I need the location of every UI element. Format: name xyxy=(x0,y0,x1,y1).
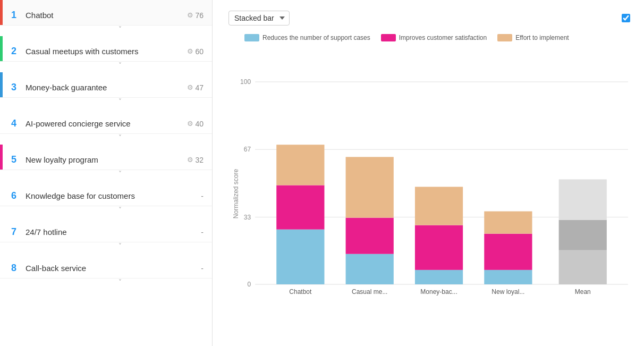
rank-number: 2 xyxy=(0,46,21,57)
chart-legend: Reduces the number of support casesImpro… xyxy=(244,34,633,41)
list-item[interactable]: 1Chatbot⚙ 76 xyxy=(0,0,212,26)
list-item[interactable]: 5New loyalty program⚙ 32 xyxy=(0,145,212,170)
item-score: ⚙ 76 xyxy=(187,11,204,20)
item-score: - xyxy=(201,228,204,237)
chevron-down-icon[interactable]: ˅ xyxy=(0,134,212,145)
show-mean-checkbox[interactable] xyxy=(622,14,630,22)
x-label-mean: Mean xyxy=(575,288,591,296)
bar-loyal-blue xyxy=(484,270,532,284)
svg-text:100: 100 xyxy=(240,78,251,86)
bar-chatbot-orange xyxy=(276,145,324,185)
list-item[interactable]: 724/7 hotline- xyxy=(0,217,212,242)
item-score: ⚙ 47 xyxy=(187,83,204,92)
svg-text:33: 33 xyxy=(244,214,251,221)
item-score: ⚙ 40 xyxy=(187,120,204,128)
item-content: Casual meetups with customers xyxy=(21,47,187,56)
legend-color-box xyxy=(497,34,512,41)
chart-type-row: Stacked bar Bar Line xyxy=(223,11,290,26)
chevron-down-icon[interactable]: ˅ xyxy=(0,26,212,36)
rank-bar xyxy=(0,217,3,242)
legend-color-box xyxy=(244,34,259,41)
svg-text:0: 0 xyxy=(247,281,251,288)
legend-color-box xyxy=(381,34,396,41)
chart-svg: Normalized score 100 67 33 0 Chatbot Cas… xyxy=(228,47,633,341)
item-name: New loyalty program xyxy=(26,155,98,164)
bar-money-pink xyxy=(415,225,463,270)
rank-number: 8 xyxy=(0,263,21,274)
y-axis-title: Normalized score xyxy=(232,168,240,218)
score-icon: ⚙ xyxy=(187,156,193,164)
score-icon: ⚙ xyxy=(187,120,193,128)
item-name: Chatbot xyxy=(26,11,54,20)
rank-bar xyxy=(0,36,3,61)
bar-loyal-orange xyxy=(484,212,532,234)
item-score: - xyxy=(201,192,204,200)
bar-money-blue xyxy=(415,270,463,284)
score-icon: ⚙ xyxy=(187,11,193,19)
item-content: Call-back service xyxy=(21,264,201,273)
rank-bar xyxy=(0,145,3,170)
legend-item: Reduces the number of support cases xyxy=(244,34,370,41)
legend-item: Improves customer satisfaction xyxy=(381,34,487,41)
item-name: AI-powered concierge service xyxy=(26,119,131,128)
legend-label: Effort to implement xyxy=(515,34,569,41)
left-panel: 1Chatbot⚙ 76˅2Casual meetups with custom… xyxy=(0,0,213,346)
legend-label: Improves customer satisfaction xyxy=(399,34,487,41)
item-score: - xyxy=(201,264,204,273)
list-item[interactable]: 8Call-back service- xyxy=(0,253,212,279)
rank-number: 3 xyxy=(0,82,21,93)
chart-header: Stacked bar Bar Line xyxy=(223,11,633,26)
list-item[interactable]: 4AI-powered concierge service⚙ 40 xyxy=(0,108,212,134)
chevron-down-icon[interactable]: ˅ xyxy=(0,279,212,289)
show-mean-row xyxy=(622,14,633,22)
item-name: Knowledge base for customers xyxy=(26,191,135,200)
svg-text:67: 67 xyxy=(244,146,251,153)
item-content: 24/7 hotline xyxy=(21,227,201,237)
chevron-down-icon[interactable]: ˅ xyxy=(0,170,212,181)
rank-bar xyxy=(0,108,3,133)
item-score: ⚙ 60 xyxy=(187,47,204,56)
chevron-down-icon[interactable]: ˅ xyxy=(0,206,212,217)
rank-number: 6 xyxy=(0,190,21,201)
bar-casual-blue xyxy=(346,254,394,284)
score-icon: ⚙ xyxy=(187,83,193,91)
chevron-down-icon[interactable]: ˅ xyxy=(0,98,212,108)
score-icon: ⚙ xyxy=(187,47,193,55)
list-item[interactable]: 3Money-back guarantee⚙ 47 xyxy=(0,72,212,98)
chart-area: Normalized score 100 67 33 0 Chatbot Cas… xyxy=(228,47,633,341)
right-panel: Stacked bar Bar Line Reduces the number … xyxy=(213,0,644,346)
bar-casual-orange xyxy=(346,157,394,217)
legend-label: Reduces the number of support cases xyxy=(262,34,370,41)
bar-loyal-pink xyxy=(484,234,532,270)
item-content: Money-back guarantee xyxy=(21,83,187,92)
item-name: Casual meetups with customers xyxy=(26,47,139,56)
item-content: New loyalty program xyxy=(21,155,187,165)
rank-bar xyxy=(0,72,3,97)
rank-bar xyxy=(0,181,3,206)
list-item[interactable]: 2Casual meetups with customers⚙ 60 xyxy=(0,36,212,62)
rank-bar xyxy=(0,253,3,278)
bar-mean-gray3 xyxy=(559,179,607,220)
x-label-chatbot: Chatbot xyxy=(289,288,312,296)
bar-casual-pink xyxy=(346,218,394,254)
bar-money-orange xyxy=(415,187,463,225)
item-content: Knowledge base for customers xyxy=(21,191,201,201)
x-label-casual: Casual me... xyxy=(352,288,387,296)
rank-number: 4 xyxy=(0,118,21,129)
chevron-down-icon[interactable]: ˅ xyxy=(0,242,212,253)
item-name: Call-back service xyxy=(26,264,86,273)
rank-bar xyxy=(0,0,3,25)
item-content: Chatbot xyxy=(21,11,187,20)
bar-mean-gray1 xyxy=(559,250,607,284)
chevron-down-icon[interactable]: ˅ xyxy=(0,62,212,72)
item-content: AI-powered concierge service xyxy=(21,119,187,129)
x-label-loyal: New loyal... xyxy=(492,288,524,296)
chart-type-select[interactable]: Stacked bar Bar Line xyxy=(228,11,290,26)
bar-chatbot-blue xyxy=(276,230,324,284)
bar-mean-gray2 xyxy=(559,220,607,250)
rank-number: 7 xyxy=(0,226,21,238)
rank-number: 1 xyxy=(0,10,21,21)
list-item[interactable]: 6Knowledge base for customers- xyxy=(0,181,212,206)
x-label-money: Money-bac... xyxy=(420,288,457,296)
item-name: 24/7 hotline xyxy=(26,227,67,237)
